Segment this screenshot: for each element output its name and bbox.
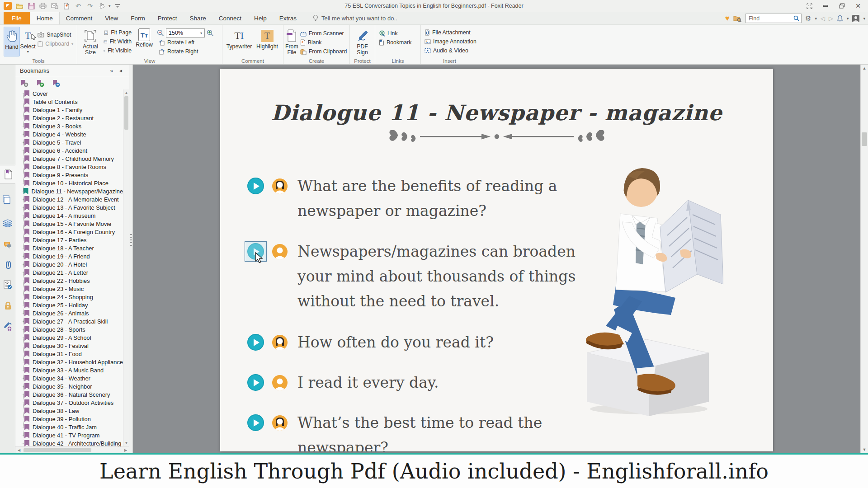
bookmark-item[interactable]: Dialogue 15 - A Favorite Movie <box>15 220 123 228</box>
rotate-right-button[interactable]: Rotate Right <box>157 47 218 56</box>
hand-pointer-icon[interactable] <box>97 1 107 10</box>
notifications-caret-icon[interactable]: ▾ <box>847 16 849 21</box>
bookmark-item[interactable]: Dialogue 33 - A Music Band <box>15 366 123 374</box>
history-forward-icon[interactable]: ▷ <box>829 15 833 22</box>
bookmark-item[interactable]: Dialogue 40 - Traffic Jam <box>15 423 123 431</box>
pdf-sign-button[interactable]: PDF Sign <box>352 27 373 56</box>
bookmark-item[interactable]: Dialogue 41 - TV Program <box>15 431 123 439</box>
reflow-button[interactable]: Tт Reflow <box>133 27 155 56</box>
security-panel-tab[interactable] <box>0 296 15 315</box>
audio-play-button[interactable] <box>247 178 264 194</box>
bookmark-item[interactable]: Dialogue 34 - Weather <box>15 374 123 382</box>
bookmarks-hscroll-thumb[interactable] <box>24 448 91 452</box>
bookmark-item[interactable]: Dialogue 38 - Law <box>15 407 123 415</box>
scroll-up-icon[interactable]: ▲ <box>123 89 129 96</box>
ribbon-tab[interactable]: Share <box>184 12 212 24</box>
bookmark-item[interactable]: Dialogue 21 - A Letter <box>15 268 123 277</box>
search-icon[interactable] <box>793 15 799 21</box>
highlight-button[interactable]: T Highlight <box>254 27 280 56</box>
bookmark-item[interactable]: Dialogue 39 - Pollution <box>15 415 123 423</box>
tell-me-assistant[interactable]: Tell me what you want to do.. <box>313 12 397 24</box>
bookmark-item[interactable]: Dialogue 14 - A museum <box>15 211 123 220</box>
panel-splitter[interactable] <box>129 65 133 453</box>
email-icon[interactable] <box>50 1 60 10</box>
bookmark-item[interactable]: Dialogue 19 - A Friend <box>15 252 123 260</box>
bookmark-item[interactable]: Dialogue 12 - A Memorable Event <box>15 195 123 203</box>
bookmarks-vertical-scrollbar[interactable]: ▲ ▼ <box>123 89 129 446</box>
fit-visible-button[interactable]: Fit Visible <box>102 46 133 55</box>
bookmark-item[interactable]: Dialogue 29 - A School <box>15 333 123 342</box>
ribbon-tab[interactable]: View <box>99 12 124 24</box>
bookmark-item[interactable]: Dialogue 4 - Website <box>15 130 123 138</box>
collapse-panel-icon[interactable]: ◄ <box>116 68 126 73</box>
bookmark-item[interactable]: Dialogue 6 - Accident <box>15 146 123 155</box>
image-annotation-button[interactable]: Image Annotation <box>423 37 478 46</box>
layers-panel-tab[interactable] <box>0 214 15 233</box>
share-love-icon[interactable]: ♥ <box>725 14 730 23</box>
add-bookmark-icon[interactable] <box>37 80 44 87</box>
bookmark-item[interactable]: Cover <box>15 89 123 98</box>
bookmark-item[interactable]: Dialogue 5 - Travel <box>15 138 123 146</box>
snapshot-button[interactable]: SnapShot <box>36 30 75 39</box>
bookmark-button[interactable]: Bookmark <box>377 38 413 47</box>
certify-panel-tab[interactable] <box>0 317 15 336</box>
from-scanner-button[interactable]: From Scanner <box>298 29 349 38</box>
close-button[interactable]: × <box>850 0 866 11</box>
audio-play-button[interactable] <box>247 414 264 431</box>
from-file-button[interactable]: From File <box>285 27 298 56</box>
bookmark-item[interactable]: Dialogue 37 - Outdoor Activities <box>15 399 123 407</box>
foxit-logo-icon[interactable] <box>3 1 13 10</box>
ribbon-tab[interactable]: Connect <box>212 12 248 24</box>
bookmark-item[interactable]: Dialogue 23 - Music <box>15 285 123 293</box>
blank-document-button[interactable]: Blank <box>298 38 349 47</box>
promo-banner[interactable]: Learn English Through Pdf (Audio include… <box>0 453 868 488</box>
actual-size-button[interactable]: Actual Size <box>79 27 102 56</box>
comments-panel-tab[interactable] <box>0 235 15 254</box>
file-attachment-button[interactable]: File Attachment <box>423 28 478 37</box>
search-folder-icon[interactable] <box>733 15 742 22</box>
splitter-grip[interactable] <box>130 234 132 246</box>
bookmark-item[interactable]: Dialogue 30 - Festival <box>15 342 123 350</box>
toggle-ui-icon[interactable] <box>801 0 817 11</box>
bookmark-item[interactable]: Dialogue 27 - A Practical Skill <box>15 317 123 325</box>
bookmark-item[interactable]: Dialogue 1 - Family <box>15 106 123 114</box>
rotate-left-button[interactable]: Rotate Left <box>157 38 218 47</box>
bookmark-item[interactable]: Dialogue 18 - A Teacher <box>15 244 123 252</box>
pages-panel-tab[interactable] <box>0 190 15 209</box>
bookmark-item[interactable]: Dialogue 2 - Restaurant <box>15 114 123 122</box>
fit-width-button[interactable]: Fit Width <box>102 37 133 46</box>
expand-bookmark-icon[interactable] <box>52 80 60 87</box>
ribbon-tab[interactable]: Extras <box>273 12 303 24</box>
delete-bookmark-icon[interactable] <box>21 80 28 87</box>
undo-icon[interactable]: ↶ <box>73 1 83 10</box>
bookmark-item[interactable]: Dialogue 11 - Newspaper/Magazine <box>15 187 123 195</box>
attachments-panel-tab[interactable] <box>0 255 15 274</box>
bookmark-item[interactable]: Dialogue 9 - Presents <box>15 171 123 179</box>
ribbon-tab[interactable]: File <box>4 12 30 24</box>
document-vertical-scrollbar[interactable]: ▲ ▼ <box>860 65 868 453</box>
audio-play-button[interactable] <box>247 374 264 391</box>
fit-page-button[interactable]: Fit Page <box>102 28 133 37</box>
select-tool-button[interactable]: T Select ▾ <box>20 27 36 56</box>
account-avatar-icon[interactable] <box>852 15 859 22</box>
settings-gear-icon[interactable]: ⚙ <box>805 14 811 23</box>
bookmark-item[interactable]: Dialogue 35 - Neighbor <box>15 382 123 390</box>
restore-button[interactable] <box>834 0 850 11</box>
minimize-button[interactable] <box>817 0 834 11</box>
from-clipboard-button[interactable]: From Clipboard <box>298 47 349 56</box>
zoom-level-select[interactable]: 150% ▾ <box>166 28 205 38</box>
ribbon-tab[interactable]: Protect <box>151 12 184 24</box>
ribbon-tab[interactable]: Form <box>124 12 151 24</box>
audio-video-button[interactable]: Audio & Video <box>423 46 478 55</box>
new-document-icon[interactable] <box>61 1 71 10</box>
scroll-left-icon[interactable]: ◀ <box>15 448 23 452</box>
history-back-icon[interactable]: ◁ <box>821 15 825 22</box>
digital-signatures-panel-tab[interactable] <box>0 275 15 294</box>
expand-options-icon[interactable]: » <box>107 68 116 74</box>
doc-scroll-up-icon[interactable]: ▲ <box>861 65 868 72</box>
ribbon-tab[interactable]: Home <box>30 12 60 24</box>
hand-pointer-caret-icon[interactable]: ▾ <box>108 4 111 8</box>
audio-play-button[interactable] <box>247 334 264 351</box>
bookmarks-scroll-thumb[interactable] <box>124 96 128 130</box>
clipboard-button[interactable]: Clipboard ▾ <box>36 39 75 48</box>
